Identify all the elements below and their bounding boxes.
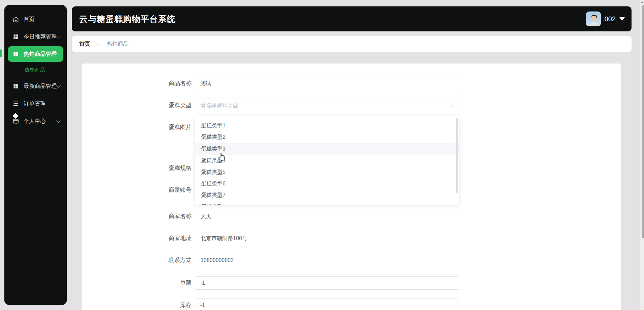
- top-header-bar: 云与糖蛋糕购物平台系统 002: [72, 6, 632, 31]
- home-icon: [12, 16, 19, 23]
- chevron-down-icon: [56, 101, 61, 105]
- page-scrollbar[interactable]: [640, 0, 644, 310]
- contact-value: 13800000002: [201, 256, 234, 264]
- sidebar-item-label: 个人中心: [24, 118, 46, 125]
- field-label-merchant-name: 商家名称: [82, 212, 192, 221]
- field-label-cake-image: 蛋糕图片: [82, 123, 192, 131]
- sidebar-item-hot-products-manage[interactable]: 热销商品管理: [8, 46, 63, 62]
- sidebar: 首页 今日推荐管理 热销商品管理 热销商品 最新商品管理: [4, 5, 67, 305]
- merchant-address-value: 北京市朝阳路100号: [201, 234, 247, 242]
- sidebar-item-label: 今日推荐管理: [24, 33, 57, 41]
- grid-icon: [12, 51, 19, 57]
- order-limit-input[interactable]: [195, 276, 459, 290]
- cake-type-dropdown: 蛋糕类型1 蛋糕类型2 蛋糕类型3 蛋糕类型4 蛋糕类型5 蛋糕类型6 蛋糕类型…: [195, 116, 459, 205]
- dropdown-option[interactable]: 蛋糕类型1: [195, 120, 459, 131]
- chevron-down-icon: [56, 34, 61, 38]
- user-menu[interactable]: 002: [586, 11, 632, 26]
- breadcrumb-current: 热销商品: [107, 41, 128, 48]
- field-label-product-name: 商品名称: [82, 79, 192, 87]
- field-label-order-limit: 单限: [82, 279, 192, 287]
- mouse-cursor-icon: [217, 153, 226, 161]
- field-label-stock: 库存: [82, 301, 192, 309]
- sidebar-item-home[interactable]: 首页: [4, 10, 67, 28]
- caret-down-icon: [619, 17, 625, 21]
- sidebar-subitem-label: 热销商品: [25, 67, 45, 73]
- grid-icon: [12, 83, 19, 89]
- sidebar-item-today-recommend[interactable]: 今日推荐管理: [4, 28, 67, 46]
- dropdown-option[interactable]: 蛋糕类型4: [195, 155, 459, 166]
- sidebar-item-order-manage[interactable]: 订单管理: [4, 95, 67, 112]
- bank-card-icon: [12, 118, 19, 125]
- breadcrumb-home[interactable]: 首页: [79, 41, 90, 48]
- sidebar-item-label: 热销商品管理: [24, 51, 57, 58]
- sidebar-item-new-products-manage[interactable]: 最新商品管理: [4, 77, 67, 95]
- dropdown-option-hovered[interactable]: 蛋糕类型3: [195, 143, 459, 155]
- grid-icon: [12, 33, 19, 40]
- page-scrollbar-thumb[interactable]: [642, 5, 644, 238]
- sidebar-item-label: 最新商品管理: [24, 83, 57, 90]
- breadcrumb-separator: —: [96, 41, 101, 47]
- user-name: 002: [605, 15, 616, 23]
- field-label-contact: 联系方式: [82, 256, 192, 264]
- chevron-down-icon: [56, 119, 61, 123]
- stock-input[interactable]: [195, 299, 459, 310]
- sidebar-subitem-hot-products[interactable]: 热销商品: [4, 62, 67, 77]
- dropdown-option[interactable]: 蛋糕类型6: [195, 178, 459, 189]
- cake-type-select[interactable]: 请选择蛋糕类型: [195, 99, 459, 112]
- dropdown-scrollbar[interactable]: [456, 118, 458, 193]
- merchant-name-value: 天天: [201, 212, 211, 221]
- dropdown-option[interactable]: 蛋糕类型2: [195, 131, 459, 143]
- product-name-input[interactable]: [195, 77, 459, 90]
- field-label-cake-type: 蛋糕类型: [82, 101, 192, 109]
- dropdown-option[interactable]: 蛋糕类型7: [195, 189, 459, 201]
- scroll-up-arrow-icon: [641, 1, 643, 3]
- field-label-cake-spec: 蛋糕规格: [82, 164, 192, 172]
- sidebar-item-label: 首页: [24, 16, 35, 23]
- breadcrumb: 首页 — 热销商品: [72, 36, 632, 52]
- sidebar-edge-handle[interactable]: [0, 49, 2, 57]
- field-label-merchant-address: 商家地址: [82, 234, 192, 242]
- order-list-icon: [12, 100, 19, 107]
- sidebar-item-label: 订单管理: [24, 100, 46, 107]
- field-label-merchant-account: 商家账号: [82, 186, 192, 194]
- chevron-up-icon: [450, 104, 454, 109]
- dropdown-option[interactable]: 蛋糕类型5: [195, 166, 459, 178]
- avatar[interactable]: [586, 11, 601, 26]
- page-title: 云与糖蛋糕购物平台系统: [79, 14, 176, 25]
- dropdown-option[interactable]: 蛋糕类型8: [195, 201, 459, 205]
- chevron-down-icon: [56, 83, 61, 88]
- cake-type-placeholder: 请选择蛋糕类型: [200, 102, 238, 109]
